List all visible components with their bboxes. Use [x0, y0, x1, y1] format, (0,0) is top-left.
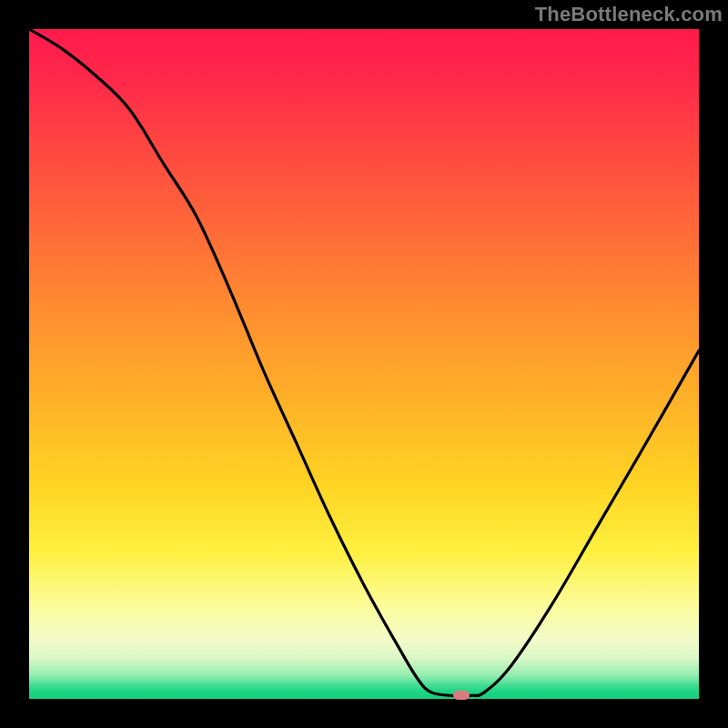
chart-plot-area: [29, 29, 699, 699]
watermark-text: TheBottleneck.com: [535, 3, 723, 26]
chart-frame: TheBottleneck.com: [0, 0, 728, 728]
optimum-marker: [453, 691, 470, 700]
bottleneck-curve: [29, 29, 699, 699]
